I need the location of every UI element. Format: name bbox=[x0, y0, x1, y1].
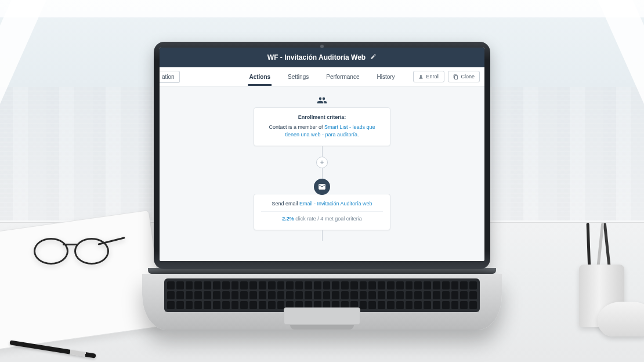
add-step-button[interactable]: + bbox=[316, 157, 328, 168]
scene-mouse bbox=[598, 302, 644, 336]
send-email-card[interactable]: Send email Email - Invitación Auditoría … bbox=[254, 194, 390, 230]
laptop-lid: WF - Invitación Auditoría Web ation Acti… bbox=[154, 42, 490, 269]
scene-paper bbox=[0, 210, 165, 350]
workflow-canvas[interactable]: Enrollment criteria: Contact is a member… bbox=[160, 86, 484, 261]
workflow-title: WF - Invitación Auditoría Web bbox=[267, 53, 366, 61]
laptop: WF - Invitación Auditoría Web ation Acti… bbox=[142, 42, 502, 330]
send-email-link[interactable]: Email - Invitación Auditoría web bbox=[299, 201, 372, 207]
enrollment-prefix: Contact is a member of bbox=[269, 124, 324, 130]
tab-label: Actions bbox=[249, 74, 270, 80]
click-rate-value: 2.2% bbox=[282, 216, 294, 222]
tab-label: Settings bbox=[288, 74, 309, 80]
enroll-button-label: Enroll bbox=[426, 74, 439, 79]
scene-glasses bbox=[34, 238, 115, 265]
clone-button-label: Clone bbox=[461, 74, 475, 79]
email-icon bbox=[314, 179, 330, 195]
stats-rest: click rate / 4 met goal criteria bbox=[294, 216, 362, 222]
connector-line bbox=[322, 146, 323, 157]
copy-icon bbox=[453, 74, 458, 79]
tab-settings[interactable]: Settings bbox=[287, 67, 310, 86]
send-email-text: Send email Email - Invitación Auditoría … bbox=[261, 200, 383, 208]
scene-frame-top bbox=[0, 0, 644, 17]
tab-label: History bbox=[377, 74, 395, 80]
user-icon bbox=[418, 74, 424, 79]
edit-title-icon[interactable] bbox=[370, 53, 377, 61]
tab-label: Performance bbox=[326, 74, 359, 80]
enrollment-text: Contact is a member of Smart List - lead… bbox=[261, 124, 383, 139]
send-email-stats: 2.2% click rate / 4 met goal criteria bbox=[261, 211, 383, 223]
app-toolbar: ation Actions Settings Performance Histo… bbox=[160, 67, 484, 86]
partial-button-left[interactable]: ation bbox=[160, 71, 180, 83]
tab-actions[interactable]: Actions bbox=[248, 67, 272, 86]
enrollment-heading: Enrollment criteria: bbox=[261, 114, 383, 121]
tab-history[interactable]: History bbox=[375, 67, 396, 86]
app-window: WF - Invitación Auditoría Web ation Acti… bbox=[160, 48, 484, 261]
connector-line bbox=[322, 230, 323, 241]
tab-performance[interactable]: Performance bbox=[325, 67, 360, 86]
enrollment-criteria-card[interactable]: Enrollment criteria: Contact is a member… bbox=[254, 107, 390, 146]
enrollment-suffix: . bbox=[357, 132, 359, 137]
connector-line bbox=[322, 168, 323, 179]
clone-button[interactable]: Clone bbox=[448, 71, 480, 82]
laptop-trackpad bbox=[284, 307, 360, 325]
contacts-icon bbox=[314, 92, 330, 108]
tabs: Actions Settings Performance History bbox=[248, 67, 396, 86]
laptop-camera bbox=[320, 45, 324, 48]
laptop-deck bbox=[142, 274, 502, 330]
partial-button-left-label: ation bbox=[162, 74, 175, 80]
send-email-prefix: Send email bbox=[272, 201, 299, 207]
enroll-button[interactable]: Enroll bbox=[413, 71, 444, 82]
app-titlebar: WF - Invitación Auditoría Web bbox=[160, 48, 484, 67]
